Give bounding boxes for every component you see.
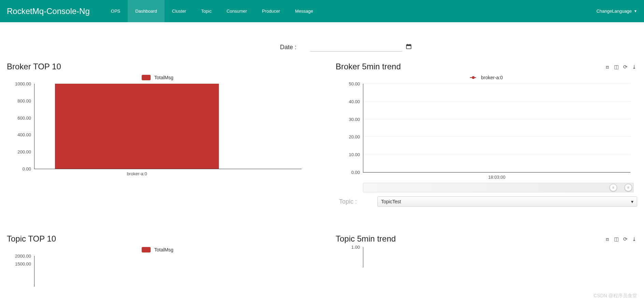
bar-broker-a:0 (55, 84, 219, 169)
broker-trend-legend: broker-a:0 (336, 74, 637, 80)
zoom-area-icon[interactable]: ⧈ (604, 236, 611, 242)
legend-text: TotalMsg (154, 75, 173, 80)
topic-top10-panel: Topic TOP 10 TotalMsg 1500.002000.00 (7, 234, 308, 287)
zoom-handle-right[interactable]: = (625, 184, 632, 191)
broker-top10-legend: TotalMsg (7, 74, 308, 80)
legend-swatch-icon (142, 75, 151, 80)
chevron-down-icon: ▾ (631, 199, 633, 204)
nav-item-dashboard[interactable]: Dashboard (128, 0, 165, 22)
refresh-icon[interactable]: ⟳ (622, 236, 628, 242)
broker-top10-panel: Broker TOP 10 TotalMsg 0.00200.00400.006… (7, 62, 308, 207)
topic-trend-panel: Topic 5min trend ⧈ ◫ ⟳ ⤓ 1.00 (336, 234, 637, 287)
broker-trend-title: Broker 5min trend (336, 62, 637, 71)
topic-top10-chart: 1500.002000.00 (34, 256, 302, 287)
refresh-icon[interactable]: ⟳ (622, 64, 628, 70)
zoom-slider[interactable]: = = (363, 183, 634, 192)
nav-item-message[interactable]: Message (288, 0, 321, 22)
topic-trend-title: Topic 5min trend (336, 234, 637, 244)
broker-trend-chart: 0.0010.0020.0030.0040.0050.0018:03:00 (363, 84, 630, 173)
navbar: RocketMq-Console-Ng OPSDashboardClusterT… (0, 0, 644, 22)
topic-top10-title: Topic TOP 10 (7, 234, 308, 244)
brand: RocketMq-Console-Ng (7, 6, 90, 16)
topic-top10-legend: TotalMsg (7, 246, 308, 252)
legend-swatch-icon (142, 247, 151, 252)
svg-rect-1 (406, 44, 411, 46)
legend-line-icon (470, 77, 476, 78)
date-row: Date : (280, 43, 637, 52)
zoom-area-icon[interactable]: ⧈ (604, 64, 611, 70)
nav-item-consumer[interactable]: Consumer (219, 0, 254, 22)
caret-down-icon: ▼ (634, 9, 637, 13)
topic-trend-chart: 1.00 (363, 247, 630, 268)
nav-item-topic[interactable]: Topic (194, 0, 219, 22)
topic-selected-value: TopicTest (381, 199, 401, 204)
nav-item-producer[interactable]: Producer (254, 0, 288, 22)
chart-toolbox: ⧈ ◫ ⟳ ⤓ (604, 236, 637, 242)
change-language-label: ChangeLanguage (597, 9, 632, 14)
watermark: CSDN @程序员食堂 (593, 293, 637, 299)
nav-items: OPSDashboardClusterTopicConsumerProducer… (103, 0, 321, 22)
topic-select[interactable]: TopicTest ▾ (377, 196, 637, 207)
chart-toolbox: ⧈ ◫ ⟳ ⤓ (604, 64, 637, 70)
legend-text: TotalMsg (154, 247, 173, 252)
legend-text: broker-a:0 (481, 75, 503, 80)
date-input[interactable] (310, 43, 402, 52)
download-icon[interactable]: ⤓ (631, 64, 637, 70)
date-label: Date : (280, 44, 296, 51)
topic-label: Topic : (339, 198, 357, 205)
download-icon[interactable]: ⤓ (631, 236, 637, 242)
topic-select-row: Topic : TopicTest ▾ (339, 196, 637, 207)
broker-trend-panel: Broker 5min trend ⧈ ◫ ⟳ ⤓ broker-a:0 0.0… (336, 62, 637, 207)
broker-top10-chart: 0.00200.00400.00600.00800.001000.00broke… (34, 84, 302, 169)
zoom-handle-left[interactable]: = (610, 184, 617, 191)
nav-item-cluster[interactable]: Cluster (165, 0, 194, 22)
zoom-reset-icon[interactable]: ◫ (613, 236, 619, 242)
change-language-button[interactable]: ChangeLanguage ▼ (597, 9, 637, 14)
broker-top10-title: Broker TOP 10 (7, 62, 308, 71)
calendar-icon[interactable] (406, 43, 412, 51)
nav-item-ops[interactable]: OPS (103, 0, 128, 22)
zoom-reset-icon[interactable]: ◫ (613, 64, 619, 70)
